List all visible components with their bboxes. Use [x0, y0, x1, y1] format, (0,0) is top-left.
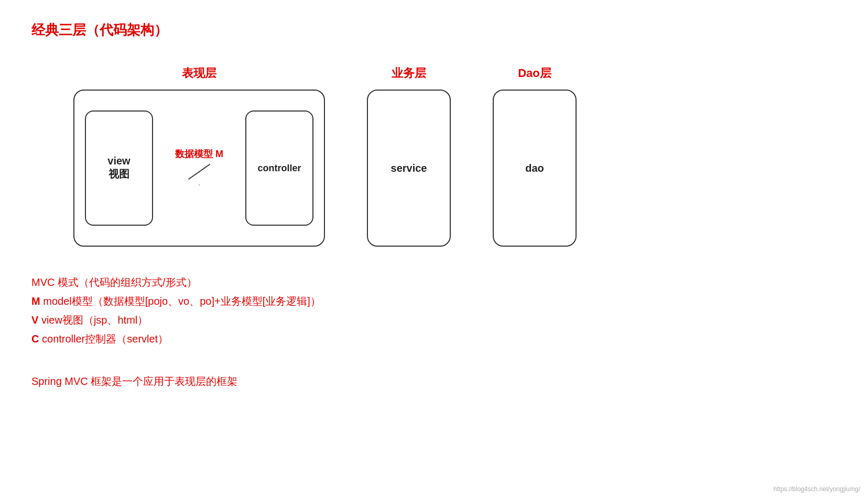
view-label-en: view [107, 155, 130, 167]
controller-label: controller [257, 163, 301, 174]
dao-box: dao [493, 90, 577, 247]
service-box: service [367, 90, 451, 247]
view-label-cn: 视图 [108, 167, 129, 181]
dao-label: dao [525, 162, 544, 174]
model-area: 数据模型 M · [158, 110, 240, 226]
watermark: https://blog4sch.net/yongjiu/ng/ [774, 485, 860, 493]
business-layer-group: 业务层 service [367, 65, 451, 247]
page-title: 经典三层（代码架构） [31, 21, 837, 39]
presentation-layer-title: 表现层 [182, 65, 216, 81]
presentation-layer-group: 表现层 view 视图 数据模型 M · controll [73, 65, 325, 247]
architecture-diagram: 表现层 view 视图 数据模型 M · controll [73, 65, 837, 247]
model-dot-text: · [198, 180, 200, 189]
model-label: 数据模型 M [175, 148, 223, 160]
mvc-line4: C controller控制器（servlet） [31, 329, 837, 348]
presentation-outer-box: view 视图 数据模型 M · controller [73, 90, 325, 247]
view-box: view 视图 [85, 110, 153, 226]
mvc-line2: M model模型（数据模型[pojo、vo、po]+业务模型[业务逻辑]） [31, 292, 837, 311]
dao-layer-title: Dao层 [518, 65, 551, 81]
mvc-text-section: MVC 模式（代码的组织方式/形式） M model模型（数据模型[pojo、v… [31, 273, 837, 348]
slash-decoration [188, 164, 210, 180]
controller-box: controller [245, 110, 313, 226]
business-layer-title: 业务层 [392, 65, 426, 81]
service-label: service [391, 162, 427, 174]
mvc-line1: MVC 模式（代码的组织方式/形式） [31, 273, 837, 292]
footer-text: Spring MVC 框架是一个应用于表现层的框架 [31, 374, 837, 389]
mvc-line3: V view视图（jsp、html） [31, 311, 837, 329]
dao-layer-group: Dao层 dao [493, 65, 577, 247]
